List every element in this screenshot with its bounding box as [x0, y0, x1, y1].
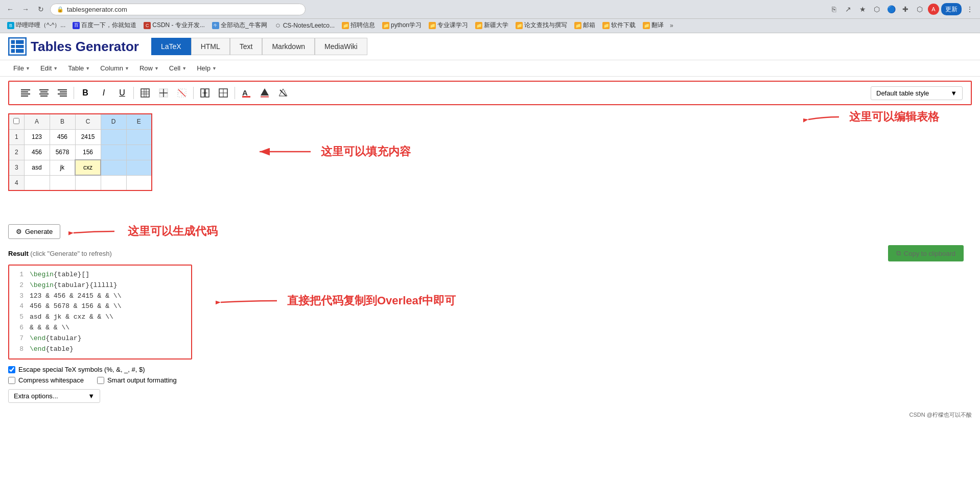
no-color-button[interactable] [275, 85, 291, 101]
footer-text: CSDN @柠檬也可以不酸 [909, 412, 972, 418]
csdn-icon: C [144, 22, 151, 29]
bg-color-button[interactable] [256, 85, 273, 101]
menu-btn[interactable]: ⋮ [964, 3, 976, 15]
copy-to-clipboard-button[interactable]: ⧉ Copy to clipboard [888, 245, 964, 261]
annotations-area: 这里可以填充内容 [162, 113, 972, 215]
cell-d4[interactable] [101, 175, 126, 190]
bookmark-csdn[interactable]: C CSDN - 专业开发... [141, 20, 208, 31]
menu-cell[interactable]: Cell ▼ [164, 62, 192, 74]
extension-btn4[interactable]: ⬡ [914, 3, 926, 15]
menu-file[interactable]: File ▼ [8, 62, 35, 74]
xju-icon: 📁 [475, 22, 482, 29]
bookmark-translate[interactable]: 📁 翻译 [640, 20, 667, 31]
menu-help[interactable]: Help ▼ [192, 62, 222, 74]
tab-markdown[interactable]: Markdown [262, 38, 315, 55]
cell-c4[interactable] [75, 175, 101, 190]
cell-b4[interactable] [50, 175, 75, 190]
share-btn[interactable]: ↗ [842, 3, 854, 15]
align-right-button[interactable] [54, 85, 71, 101]
cell-a4[interactable] [24, 175, 50, 190]
split-cells-icon [219, 88, 228, 98]
extension-btn3[interactable]: ✚ [899, 3, 912, 15]
nav-forward-button[interactable]: → [19, 3, 32, 15]
cell-c1[interactable]: 2415 [75, 129, 101, 145]
cell-b2[interactable]: 5678 [50, 145, 75, 160]
bookmark-btn[interactable]: ★ [856, 3, 869, 15]
style-dropdown[interactable]: Default table style ▼ [871, 86, 963, 100]
cell-d1[interactable] [101, 129, 126, 145]
update-btn[interactable]: 更新 [941, 3, 962, 15]
cell-b1[interactable]: 456 [50, 129, 75, 145]
nowcoder-icon: 牛 [212, 22, 219, 29]
bookmark-xju[interactable]: 📁 新疆大学 [472, 20, 511, 31]
align-center-button[interactable] [36, 85, 52, 101]
bookmark-courses[interactable]: 📁 专业课学习 [426, 20, 471, 31]
tab-mediawiki[interactable]: MediaWiki [315, 38, 367, 55]
bookmark-baidu[interactable]: 百 百度一下，你就知道 [69, 20, 139, 31]
cell-a1[interactable]: 123 [24, 129, 50, 145]
translate-icon: 📁 [643, 22, 650, 29]
profile-btn[interactable]: A [928, 4, 939, 15]
bold-button[interactable]: B [77, 85, 94, 101]
svg-rect-5 [21, 89, 30, 90]
generate-button[interactable]: ⚙ Generate [8, 224, 60, 239]
extension-btn1[interactable]: ⬡ [871, 3, 883, 15]
select-all-checkbox[interactable] [13, 118, 19, 124]
smart-checkbox[interactable] [97, 377, 104, 384]
escape-checkbox[interactable] [8, 366, 15, 373]
borders-inner-button[interactable] [155, 85, 172, 101]
bookmark-software[interactable]: 📁 软件下载 [599, 20, 639, 31]
smart-label[interactable]: Smart output formatting [107, 376, 177, 384]
bookmark-nowcoder[interactable]: 牛 全部动态_牛客网 [209, 20, 270, 31]
cell-d3[interactable] [101, 160, 126, 175]
borders-none-button[interactable] [174, 85, 190, 101]
merge-cells-button[interactable] [197, 85, 213, 101]
align-left-button[interactable] [17, 85, 34, 101]
more-bookmarks[interactable]: » [670, 22, 673, 29]
menu-table[interactable]: Table ▼ [63, 62, 95, 74]
bookmark-csnotes[interactable]: ⬡ CS-Notes/Leetco... [271, 21, 338, 30]
nav-refresh-button[interactable]: ↻ [35, 3, 47, 15]
cell-e3[interactable] [126, 160, 152, 175]
cell-c3[interactable]: cxz [75, 160, 101, 175]
svg-rect-14 [60, 91, 67, 92]
screenshot-btn[interactable]: ⎘ [828, 3, 840, 15]
borders-all-button[interactable] [137, 85, 153, 101]
cell-d2[interactable] [101, 145, 126, 160]
compress-label[interactable]: Compress whitespace [18, 376, 84, 384]
svg-rect-26 [165, 90, 167, 92]
spreadsheet[interactable]: A B C D E 1 123 456 2415 [8, 113, 152, 191]
underline-button[interactable]: U [114, 85, 130, 101]
table-arrow: ▼ [85, 66, 90, 71]
cell-a2[interactable]: 456 [24, 145, 50, 160]
font-color-button[interactable]: A [238, 85, 254, 101]
escape-label[interactable]: Escape special TeX symbols (%, &, _, #, … [18, 366, 145, 373]
bookmark-jobs[interactable]: 📁 招聘信息 [339, 20, 378, 31]
code-area[interactable]: 1 \begin{table}[] 2 \begin{tabular}{llll… [8, 265, 192, 360]
cell-b3[interactable]: jk [50, 160, 75, 175]
extra-options-dropdown[interactable]: Extra options... ▼ [8, 389, 100, 403]
bookmark-paper[interactable]: 📁 论文查找与撰写 [512, 20, 570, 31]
bookmark-bilibili[interactable]: B 哔哩哔哩（^-^）... [4, 20, 68, 31]
tab-latex[interactable]: LaTeX [151, 38, 191, 55]
bookmark-email[interactable]: 📁 邮箱 [571, 20, 598, 31]
menu-column[interactable]: Column ▼ [95, 62, 134, 74]
compress-checkbox[interactable] [8, 377, 15, 384]
tab-text[interactable]: Text [230, 38, 263, 55]
cell-e2[interactable] [126, 145, 152, 160]
menu-edit[interactable]: Edit ▼ [35, 62, 63, 74]
cell-c2[interactable]: 156 [75, 145, 101, 160]
annotation-fill-text: 这里可以填充内容 [321, 144, 411, 159]
menu-row[interactable]: Row ▼ [134, 62, 164, 74]
arrow-generate-icon [68, 224, 120, 239]
cell-e1[interactable] [126, 129, 152, 145]
cell-a3[interactable]: asd [24, 160, 50, 175]
tab-html[interactable]: HTML [191, 38, 230, 55]
address-bar[interactable]: 🔒 tablesgenerator.com [50, 4, 306, 15]
split-cells-button[interactable] [215, 85, 231, 101]
italic-button[interactable]: I [96, 85, 112, 101]
cell-e4[interactable] [126, 175, 152, 190]
nav-back-button[interactable]: ← [4, 3, 16, 15]
extension-btn2[interactable]: 🔵 [885, 3, 897, 15]
bookmark-python[interactable]: 📁 python学习 [379, 20, 425, 31]
